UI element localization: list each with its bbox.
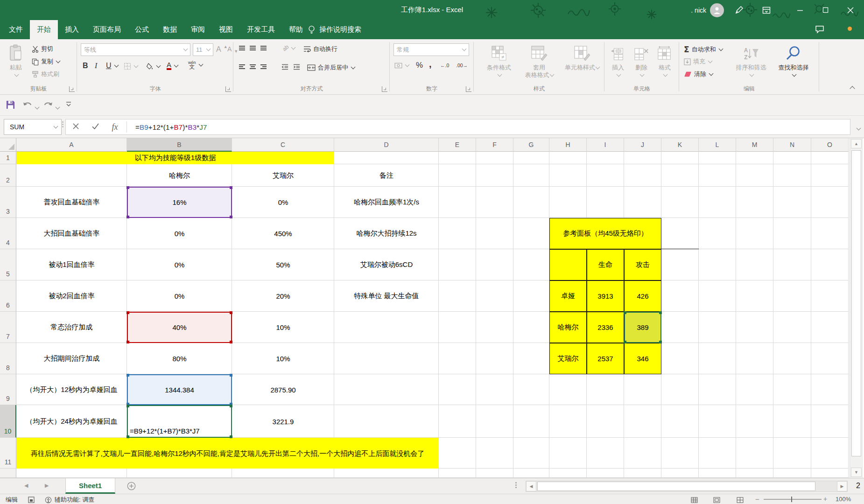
sort-filter-button[interactable]: AZ 排序和筛选 bbox=[731, 42, 771, 79]
tab-scroll-left[interactable]: ◀ bbox=[24, 483, 28, 489]
range-handle-nw[interactable] bbox=[126, 374, 129, 377]
cell-J7[interactable]: 389 bbox=[624, 312, 661, 343]
cell-A8[interactable]: 大招期间治疗加成 bbox=[16, 343, 127, 374]
row-header-6[interactable]: 6 bbox=[0, 280, 16, 312]
cell-I8[interactable]: 2537 bbox=[587, 343, 624, 374]
phonetic-guide-button[interactable]: wén 文 bbox=[188, 61, 203, 69]
align-right-icon[interactable] bbox=[260, 64, 267, 69]
range-handle-sw[interactable] bbox=[126, 341, 129, 343]
cell-C10[interactable]: 3221.9 bbox=[232, 405, 334, 438]
cell-A5[interactable]: 被动1回血倍率 bbox=[16, 249, 127, 280]
formula-input-area[interactable]: fx =B9+12*(1+B7)*B3*J7 bbox=[65, 119, 850, 135]
save-button[interactable] bbox=[6, 100, 15, 112]
comma-style-button[interactable]: , bbox=[429, 59, 432, 70]
ribbon-display-options-button[interactable] bbox=[756, 0, 777, 20]
range-handle-sw[interactable] bbox=[126, 435, 129, 438]
column-header-A[interactable]: A bbox=[16, 138, 127, 152]
row-header-1[interactable]: 1 bbox=[0, 152, 16, 164]
name-box-dropdown-icon[interactable] bbox=[54, 124, 58, 128]
minimize-button[interactable] bbox=[789, 0, 811, 20]
clipboard-dialog-launcher[interactable] bbox=[69, 86, 75, 92]
cell-B6[interactable]: 0% bbox=[127, 280, 232, 312]
range-handle-ne[interactable] bbox=[230, 186, 232, 189]
horizontal-scrollbar[interactable]: ◀ ▶ bbox=[526, 481, 848, 492]
column-header-H[interactable]: H bbox=[549, 138, 587, 152]
column-header-N[interactable]: N bbox=[773, 138, 811, 152]
merge-center-button[interactable]: 合并后居中 bbox=[307, 63, 355, 72]
cell-C5[interactable]: 50% bbox=[232, 249, 334, 280]
menu-tab-开发工具[interactable]: 开发工具 bbox=[240, 20, 282, 39]
page-break-view-button[interactable] bbox=[737, 496, 744, 503]
row-header-partial[interactable] bbox=[0, 469, 16, 478]
cell-D3[interactable]: 哈梅尔回血频率1次/s bbox=[334, 187, 439, 218]
column-header-K[interactable]: K bbox=[661, 138, 699, 152]
vertical-align-buttons[interactable] bbox=[239, 46, 267, 50]
decrease-indent-button[interactable] bbox=[281, 63, 288, 70]
cell-A9[interactable]: （均开大）12秒内为卓娅回血 bbox=[16, 374, 127, 405]
format-as-table-button[interactable]: 套用 表格格式 bbox=[520, 42, 559, 79]
horizontal-align-buttons[interactable] bbox=[239, 64, 267, 69]
range-handle-nw[interactable] bbox=[126, 405, 129, 407]
cell-A3[interactable]: 普攻回血基础倍率 bbox=[16, 187, 127, 218]
font-name-select[interactable]: 等线 bbox=[81, 43, 190, 56]
decrease-decimal-button[interactable]: .00→ bbox=[456, 63, 468, 68]
scroll-right-button[interactable]: ▶ bbox=[837, 481, 847, 491]
tab-scroll-right[interactable]: ▶ bbox=[45, 483, 49, 489]
conditional-formatting-button[interactable]: ≠ 条件格式 bbox=[482, 42, 516, 79]
undo-button[interactable] bbox=[22, 100, 33, 111]
row-header-7[interactable]: 7 bbox=[0, 312, 16, 343]
cell-C9[interactable]: 2875.90 bbox=[232, 374, 334, 405]
cell-D4[interactable]: 哈梅尔大招持续12s bbox=[334, 218, 439, 249]
account-area[interactable]: . nick bbox=[691, 0, 724, 20]
cut-button[interactable]: 剪切 bbox=[32, 45, 53, 53]
add-sheet-button[interactable] bbox=[127, 482, 136, 492]
undo-dropdown[interactable] bbox=[35, 103, 39, 112]
alignment-dialog-launcher[interactable] bbox=[382, 86, 387, 92]
expand-formula-bar-button[interactable] bbox=[856, 124, 860, 133]
column-header-I[interactable]: I bbox=[587, 138, 624, 152]
accounting-format-button[interactable] bbox=[394, 63, 409, 69]
vertical-scroll-thumb[interactable] bbox=[851, 150, 861, 456]
row-header-9[interactable]: 9 bbox=[0, 374, 16, 405]
scroll-down-button[interactable]: ▼ bbox=[851, 468, 862, 477]
bold-button[interactable]: B bbox=[83, 62, 88, 70]
column-header-G[interactable]: G bbox=[513, 138, 549, 152]
vertical-scrollbar[interactable]: ▲ ▼ bbox=[850, 138, 863, 478]
cell-B2[interactable]: 哈梅尔 bbox=[127, 164, 232, 187]
splitter-dots[interactable] bbox=[515, 482, 517, 488]
zoom-out-button[interactable]: − bbox=[755, 495, 759, 503]
menu-tab-审阅[interactable]: 审阅 bbox=[184, 20, 212, 39]
menu-tab-数据[interactable]: 数据 bbox=[156, 20, 184, 39]
cell-B9[interactable]: 1344.384 bbox=[127, 374, 232, 405]
align-middle-icon[interactable] bbox=[250, 46, 256, 50]
format-cells-button[interactable]: 格式 bbox=[654, 42, 675, 79]
redo-dropdown[interactable] bbox=[55, 103, 59, 112]
scroll-up-button[interactable]: ▲ bbox=[851, 139, 862, 148]
cell-I5[interactable]: 生命 bbox=[587, 249, 624, 280]
macro-record-button[interactable] bbox=[28, 496, 35, 503]
range-handle-sw[interactable] bbox=[126, 216, 129, 218]
zoom-slider-handle[interactable] bbox=[791, 497, 792, 502]
format-painter-button[interactable]: 格式刷 bbox=[32, 70, 59, 78]
fill-button[interactable]: 填充 bbox=[684, 57, 712, 66]
cell-B5[interactable]: 0% bbox=[127, 249, 232, 280]
cell-styles-button[interactable]: 单元格样式 bbox=[562, 42, 602, 71]
align-bottom-icon[interactable] bbox=[260, 46, 267, 50]
autosum-button[interactable]: Σ 自动求和 bbox=[684, 45, 723, 54]
normal-view-button[interactable] bbox=[691, 496, 698, 503]
cell-H7[interactable]: 哈梅尔 bbox=[549, 312, 587, 343]
increase-decimal-button[interactable]: ←.0 bbox=[440, 63, 449, 68]
cell-H8[interactable]: 艾瑞尔 bbox=[549, 343, 587, 374]
cell-B3[interactable]: 16% bbox=[127, 187, 232, 218]
percent-style-button[interactable]: % bbox=[416, 61, 423, 70]
insert-cells-button[interactable]: 插入 bbox=[607, 42, 629, 79]
sheet-tab-active[interactable]: Sheet1 bbox=[65, 478, 115, 494]
menu-tab-帮助[interactable]: 帮助 bbox=[282, 20, 310, 39]
range-handle-nw[interactable] bbox=[126, 311, 129, 314]
italic-button[interactable]: I bbox=[95, 62, 97, 70]
confirm-entry-button[interactable] bbox=[85, 122, 105, 132]
range-handle-ne[interactable] bbox=[230, 374, 232, 377]
grow-font-button[interactable]: A▲ bbox=[216, 45, 228, 54]
horizontal-scroll-thumb[interactable] bbox=[537, 482, 815, 491]
cell-J8[interactable]: 346 bbox=[624, 343, 661, 374]
